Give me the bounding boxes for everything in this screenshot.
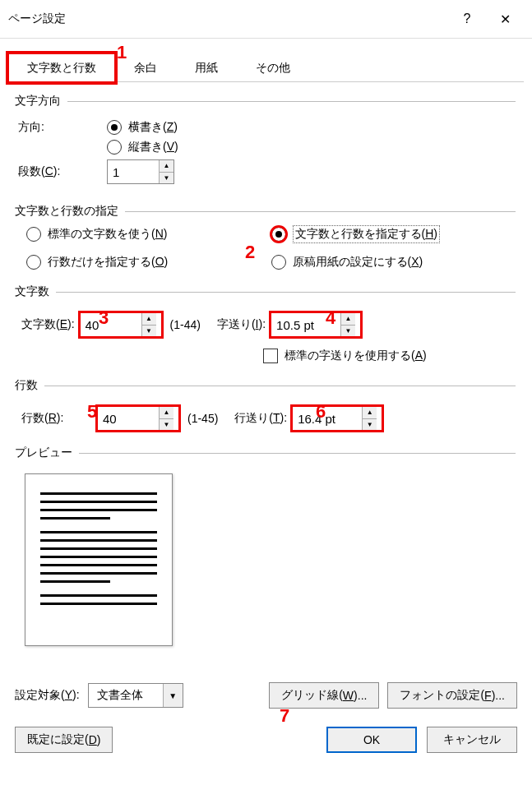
columns-input[interactable]	[108, 160, 159, 183]
callout-4: 4	[326, 307, 335, 329]
label-columns: 段数(C):	[18, 164, 94, 179]
group-preview: プレビュー	[16, 446, 516, 664]
spinner-down-icon[interactable]: ▼	[341, 326, 355, 337]
radio-button-icon	[271, 227, 286, 242]
radio-button-icon	[26, 255, 41, 270]
label-apply-to: 設定対象(Y):	[15, 688, 80, 703]
chevron-down-icon: ▼	[163, 684, 183, 707]
font-settings-button[interactable]: フォントの設定(F)...	[387, 682, 517, 709]
legend-chars: 文字数	[15, 284, 56, 299]
line-count-spinner[interactable]: ▲ ▼	[97, 406, 179, 431]
spinner-down-icon[interactable]: ▼	[160, 419, 173, 431]
tab-margins[interactable]: 余白	[115, 53, 176, 82]
callout-2: 2	[245, 242, 255, 263]
spinner-up-icon[interactable]: ▲	[341, 313, 355, 326]
cancel-button[interactable]: キャンセル	[427, 727, 517, 753]
line-count-range: (1-45)	[187, 412, 218, 425]
radio-vertical[interactable]: 縦書き(V)	[107, 140, 178, 155]
tab-chars-lines[interactable]: 文字数と行数	[8, 53, 115, 82]
radio-standard-label: 標準の文字数を使う(N)	[48, 227, 167, 242]
spinner-up-icon[interactable]: ▲	[160, 407, 173, 419]
label-line-count: 行数(R):	[21, 411, 92, 426]
radio-standard[interactable]: 標準の文字数を使う(N)	[26, 227, 167, 242]
radio-lines-only[interactable]: 行数だけを指定する(O)	[26, 255, 168, 270]
radio-horizontal[interactable]: 横書き(Z)	[107, 120, 178, 135]
apply-to-select[interactable]: 文書全体 ▼	[88, 683, 183, 708]
legend-text-direction: 文字方向	[15, 94, 67, 109]
char-count-range: (1-44)	[170, 318, 201, 331]
default-pitch-checkbox[interactable]	[263, 349, 278, 363]
callout-7: 7	[280, 705, 289, 727]
callout-3: 3	[99, 307, 109, 329]
titlebar-buttons: ? ✕	[448, 7, 524, 31]
callout-5: 5	[87, 401, 97, 423]
char-count-input[interactable]	[81, 313, 141, 336]
titlebar: ページ設定 ? ✕	[0, 0, 532, 39]
line-pitch-spinner[interactable]: ▲ ▼	[292, 406, 382, 431]
label-direction: 方向:	[18, 120, 94, 135]
ok-button[interactable]: OK	[326, 727, 417, 753]
set-default-button[interactable]: 既定に設定(D)	[15, 727, 113, 753]
label-char-count: 文字数(E):	[21, 317, 75, 332]
radio-button-icon	[107, 140, 122, 155]
help-button[interactable]: ?	[448, 7, 486, 31]
preview-thumbnail	[25, 473, 173, 646]
radio-horizontal-label: 横書き(Z)	[128, 120, 178, 135]
radio-manuscript-label: 原稿用紙の設定にする(X)	[293, 255, 423, 270]
spinner-up-icon[interactable]: ▲	[142, 313, 156, 326]
legend-preview: プレビュー	[15, 446, 79, 460]
group-lines: 行数 5 6 行数(R): ▲ ▼ (1-45) 行送り(T): ▲ ▼	[16, 378, 516, 441]
legend-spec: 文字数と行数の指定	[15, 204, 125, 219]
radio-button-icon	[26, 227, 41, 242]
radio-vertical-label: 縦書き(V)	[128, 140, 178, 155]
tab-paper[interactable]: 用紙	[176, 53, 237, 82]
char-pitch-spinner[interactable]: ▲ ▼	[271, 312, 361, 337]
label-char-pitch: 字送り(I):	[217, 317, 266, 332]
line-pitch-input[interactable]	[293, 407, 362, 430]
label-line-pitch: 行送り(T):	[234, 411, 287, 426]
spinner-up-icon[interactable]: ▲	[160, 160, 173, 173]
close-button[interactable]: ✕	[486, 7, 524, 31]
group-chars: 文字数 3 4 文字数(E): ▲ ▼ (1-44) 字送り(I): ▲ ▼ 標…	[16, 284, 516, 373]
callout-6: 6	[316, 401, 326, 423]
char-count-spinner[interactable]: ▲ ▼	[80, 312, 162, 337]
dialog-title: ページ設定	[8, 12, 448, 26]
tab-other[interactable]: その他	[237, 53, 309, 82]
radio-lines-only-label: 行数だけを指定する(O)	[48, 255, 168, 270]
spinner-down-icon[interactable]: ▼	[160, 173, 173, 184]
apply-to-value: 文書全体	[89, 684, 163, 707]
spinner-down-icon[interactable]: ▼	[363, 419, 377, 431]
radio-button-icon	[271, 255, 286, 270]
legend-lines: 行数	[15, 378, 44, 393]
group-chars-lines-spec: 文字数と行数の指定 2 標準の文字数を使う(N) 文字数と行数を指定する(H) …	[16, 204, 516, 279]
spinner-down-icon[interactable]: ▼	[142, 326, 156, 337]
tab-strip: 文字数と行数 余白 用紙 その他	[0, 47, 532, 82]
radio-manuscript[interactable]: 原稿用紙の設定にする(X)	[271, 255, 423, 270]
group-text-direction: 文字方向 方向: 横書き(Z) 縦書き(V) 段数(C): ▲ ▼	[16, 94, 516, 199]
columns-spinner[interactable]: ▲ ▼	[107, 159, 174, 184]
label-default-pitch: 標準の字送りを使用する(A)	[285, 349, 427, 363]
radio-specify[interactable]: 文字数と行数を指定する(H)	[271, 225, 440, 243]
spinner-up-icon[interactable]: ▲	[363, 407, 377, 419]
radio-button-icon	[107, 120, 122, 135]
line-count-input[interactable]	[98, 407, 159, 430]
radio-specify-label: 文字数と行数を指定する(H)	[293, 225, 440, 243]
